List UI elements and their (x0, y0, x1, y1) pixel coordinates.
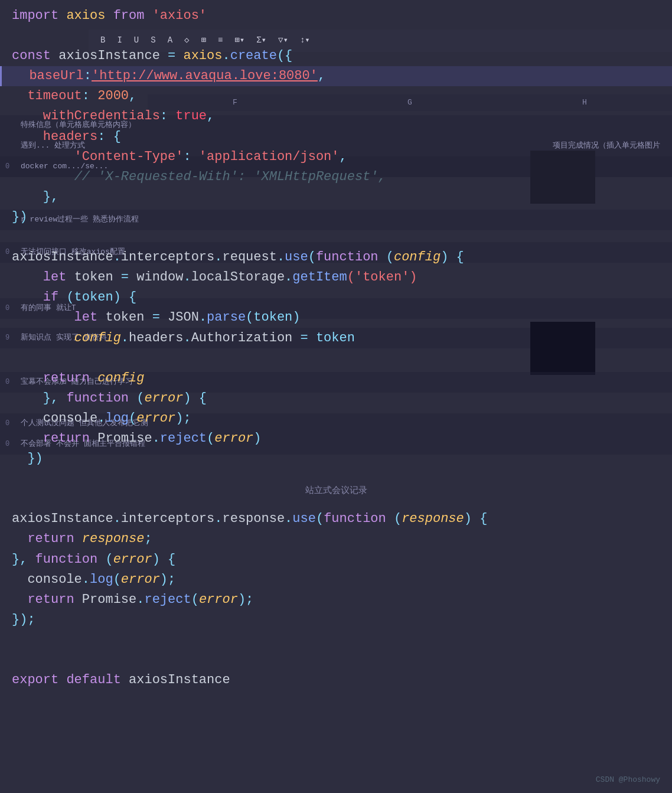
code-token: Authorization (191, 331, 301, 345)
code-token: . (222, 48, 230, 63)
code-token: error (136, 411, 175, 426)
code-token: headers (12, 129, 97, 144)
code-token: headers (129, 331, 183, 345)
code-token: Promise (82, 592, 136, 607)
code-token: error (214, 431, 253, 446)
code-line: 'Content-Type': 'application/json', (0, 147, 672, 167)
code-token: : { (97, 129, 121, 144)
code-token: ( (316, 511, 324, 526)
code-line: import axios from 'axios' (0, 6, 672, 26)
code-token: window (136, 270, 183, 285)
code-token: function (66, 391, 136, 406)
code-line (0, 227, 672, 247)
code-token: JSON (168, 310, 199, 325)
code-token: config (74, 331, 121, 345)
code-token: use (292, 511, 316, 526)
code-token: use (285, 250, 308, 265)
code-token: }, (12, 552, 35, 567)
code-token: withCredentials (12, 109, 160, 123)
code-token: , (340, 149, 347, 164)
code-token: return (12, 371, 97, 386)
code-token: response (222, 511, 285, 526)
code-token: import (12, 8, 66, 23)
code-line: console.log(error); (0, 409, 672, 429)
code-token: (token) (246, 310, 300, 325)
code-line: timeout: 2000, (0, 86, 672, 106)
code-token: = (152, 310, 168, 325)
code-line: config.headers.Authorization = token (0, 328, 672, 348)
code-token: error (113, 552, 152, 567)
code-token: create (230, 48, 277, 63)
code-token: . (214, 511, 222, 526)
code-token: . (121, 331, 129, 345)
code-token: axiosInstance (58, 48, 168, 63)
code-line (0, 469, 672, 489)
code-token: : (183, 149, 198, 164)
code-token: reject (144, 592, 191, 607)
code-token: function (324, 511, 394, 526)
code-line: return response; (0, 529, 672, 549)
code-token: ( (191, 592, 199, 607)
code-token: interceptors (121, 511, 214, 526)
code-token: ( (129, 411, 136, 426)
code-token: ) { (183, 391, 207, 406)
code-token (12, 331, 74, 345)
code-token: response (82, 531, 145, 546)
code-token: console (12, 572, 82, 587)
code-token: function (316, 250, 386, 265)
code-line: }, function (error) { (0, 550, 672, 570)
code-line: }, function (error) { (0, 389, 672, 409)
code-token: console (12, 411, 97, 426)
code-token: from (113, 8, 152, 23)
code-token: = (121, 270, 136, 285)
code-token: default (66, 673, 129, 687)
code-line: axiosInstance.interceptors.request.use(f… (0, 247, 672, 267)
code-token: log (105, 411, 129, 426)
code-token: getItem (292, 270, 347, 285)
code-token: 'axios' (152, 8, 207, 23)
code-token: = token (301, 331, 355, 345)
code-token: . (97, 411, 105, 426)
code-token: if (12, 290, 66, 305)
code-token: . (285, 511, 292, 526)
code-token: . (82, 572, 90, 587)
code-token: . (183, 270, 191, 285)
code-token: }) (12, 210, 27, 224)
code-token: }, (12, 190, 58, 204)
code-token: ); (160, 572, 175, 587)
code-token: axios (183, 48, 222, 63)
code-token: token (105, 310, 152, 325)
code-token: , (318, 68, 325, 83)
code-token: error (121, 572, 160, 587)
code-token: . (136, 592, 144, 607)
watermark: CSDN @Phoshowy (596, 774, 660, 786)
code-token: ( (308, 250, 316, 265)
code-token: config (394, 250, 441, 265)
code-token: 'application/json' (199, 149, 340, 164)
code-token: }, (12, 391, 66, 406)
code-line: let token = JSON.parse(token) (0, 308, 672, 328)
code-token: . (183, 331, 191, 345)
code-token: timeout (12, 89, 82, 103)
code-token: 'http://www.avaqua.love:8080' (92, 68, 318, 83)
code-line: headers: { (0, 127, 672, 147)
code-token: . (277, 250, 285, 265)
code-token: ( (113, 572, 121, 587)
code-token: axios (66, 8, 113, 23)
code-token: ) { (441, 250, 464, 265)
code-token: reject (160, 431, 207, 446)
code-token: ( (394, 511, 402, 526)
code-token: , (129, 89, 136, 103)
code-token: : (84, 68, 92, 83)
code-token: . (113, 511, 121, 526)
code-token: ({ (277, 48, 292, 63)
code-token (12, 169, 74, 184)
code-line (0, 26, 672, 46)
code-token: token (74, 270, 121, 285)
code-token: ( (386, 250, 394, 265)
code-token: ( (136, 391, 144, 406)
code-token: const (12, 48, 58, 63)
code-line: console.log(error); (0, 570, 672, 590)
code-token: true (175, 109, 207, 123)
code-token: let (12, 270, 74, 285)
